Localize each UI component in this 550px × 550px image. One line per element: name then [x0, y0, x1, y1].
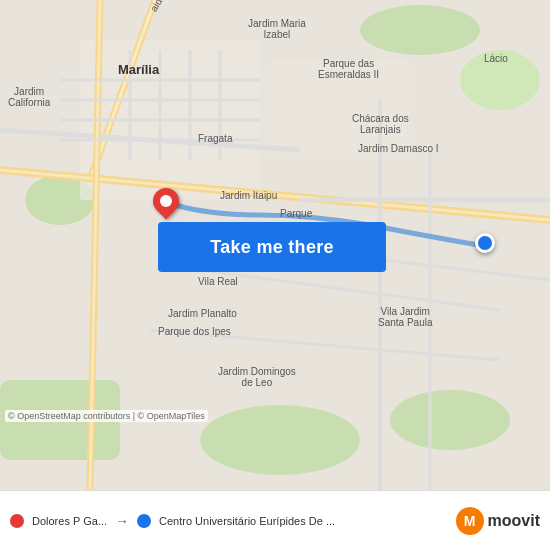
bottom-bar: Dolores P Ga... → Centro Universitário E…: [0, 490, 550, 550]
to-icon: [137, 514, 151, 528]
svg-point-1: [360, 5, 480, 55]
moovit-icon: M: [456, 507, 484, 535]
moovit-logo: M moovit: [456, 507, 540, 535]
arrow-icon: →: [115, 513, 129, 529]
svg-rect-8: [270, 60, 410, 160]
from-icon: [10, 514, 24, 528]
origin-marker: [153, 188, 179, 214]
moovit-text: moovit: [488, 512, 540, 530]
map-attribution: © OpenStreetMap contributors | © OpenMap…: [5, 410, 208, 422]
map-container: Marília Jardim MariaIzabel Parque dasEsm…: [0, 0, 550, 490]
destination-marker: [475, 233, 495, 253]
svg-point-5: [200, 405, 360, 475]
from-place: Dolores P Ga...: [32, 515, 107, 527]
svg-point-6: [390, 390, 510, 450]
to-place: Centro Universitário Eurípides De ...: [159, 515, 335, 527]
svg-point-2: [460, 50, 540, 110]
take-me-there-button[interactable]: Take me there: [158, 222, 386, 272]
